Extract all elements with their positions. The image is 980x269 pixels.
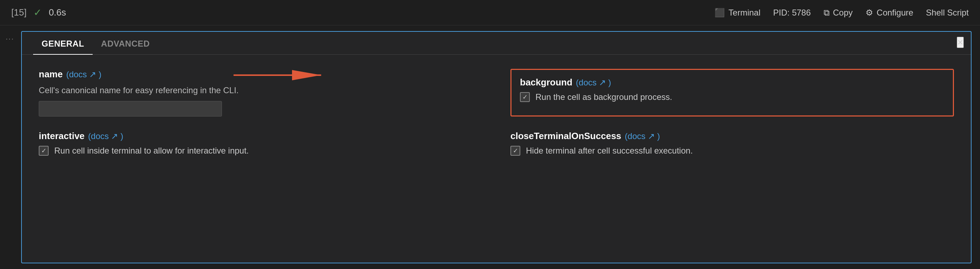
configure-label: Configure <box>877 8 913 18</box>
background-field-group: background (docs ↗ ) ✓ Run the cell as b… <box>511 69 954 117</box>
dots-icon: ... <box>6 32 14 41</box>
tab-general[interactable]: GENERAL <box>33 32 93 54</box>
gear-icon: ⚙ <box>865 8 873 18</box>
background-checkbox[interactable]: ✓ <box>520 92 530 102</box>
interactive-checkbox-label: Run cell inside terminal to allow for in… <box>54 146 249 156</box>
shell-script-text: Shell Script <box>926 8 969 18</box>
background-checkbox-label: Run the cell as background process. <box>535 92 672 102</box>
top-bar-right: ⬛ Terminal PID: 5786 ⧉ Copy ⚙ Configure … <box>714 8 969 18</box>
form-content: name (docs ↗ ) Cell's canonical name for… <box>22 55 971 170</box>
tab-advanced[interactable]: ADVANCED <box>93 32 158 54</box>
interactive-field-label: interactive (docs ↗ ) <box>39 131 482 142</box>
interactive-field-group: interactive (docs ↗ ) ✓ Run cell inside … <box>39 131 482 156</box>
background-label-text: background <box>520 77 573 88</box>
close-terminal-checkmark: ✓ <box>513 147 518 155</box>
tab-advanced-label: ADVANCED <box>101 39 150 48</box>
name-label-text: name <box>39 69 63 80</box>
main-content: ... × GENERAL ADVANCED name <box>0 26 980 269</box>
cell-number: [15] <box>11 7 26 18</box>
background-checkbox-row: ✓ Run the cell as background process. <box>520 92 944 102</box>
shell-script-label: Shell Script <box>926 8 969 18</box>
interactive-checkbox[interactable]: ✓ <box>39 146 49 156</box>
tab-general-label: GENERAL <box>41 39 84 48</box>
pid-label: PID: 5786 <box>773 8 811 18</box>
configure-button[interactable]: ⚙ Configure <box>865 8 913 18</box>
name-input[interactable] <box>39 101 222 117</box>
copy-button[interactable]: ⧉ Copy <box>824 8 853 18</box>
terminal-indicator: ⬛ Terminal <box>714 8 760 18</box>
name-field-label: name (docs ↗ ) <box>39 69 482 80</box>
sidebar-dots: ... <box>0 26 21 269</box>
interactive-checkbox-row: ✓ Run cell inside terminal to allow for … <box>39 146 482 156</box>
dialog: × GENERAL ADVANCED name (docs ↗ ) <box>21 31 972 263</box>
close-terminal-field-group: closeTerminalOnSuccess (docs ↗ ) ✓ Hide … <box>511 131 954 156</box>
terminal-icon: ⬛ <box>714 8 725 18</box>
close-terminal-checkbox-label: Hide terminal after cell successful exec… <box>526 146 693 156</box>
top-bar-left: [15] ✓ 0.6s <box>11 7 66 18</box>
check-icon: ✓ <box>33 7 41 18</box>
copy-label: Copy <box>833 8 853 18</box>
close-terminal-checkbox[interactable]: ✓ <box>511 146 520 156</box>
interactive-checkmark: ✓ <box>41 147 46 155</box>
close-terminal-checkbox-row: ✓ Hide terminal after cell successful ex… <box>511 146 954 156</box>
name-docs-link[interactable]: (docs ↗ ) <box>66 70 102 79</box>
dialog-close-button[interactable]: × <box>957 37 964 48</box>
background-checkmark: ✓ <box>522 93 528 101</box>
interactive-label-text: interactive <box>39 131 84 142</box>
background-field-label: background (docs ↗ ) <box>520 77 944 88</box>
name-field-group: name (docs ↗ ) Cell's canonical name for… <box>39 69 482 117</box>
top-bar: [15] ✓ 0.6s ⬛ Terminal PID: 5786 ⧉ Copy … <box>0 0 980 26</box>
background-docs-link[interactable]: (docs ↗ ) <box>576 78 611 88</box>
interactive-docs-link[interactable]: (docs ↗ ) <box>88 131 123 141</box>
close-terminal-field-label: closeTerminalOnSuccess (docs ↗ ) <box>511 131 954 142</box>
tab-bar: GENERAL ADVANCED <box>22 32 971 55</box>
close-terminal-docs-link[interactable]: (docs ↗ ) <box>625 131 660 141</box>
copy-icon: ⧉ <box>824 8 830 18</box>
dialog-wrapper: × GENERAL ADVANCED name (docs ↗ ) <box>21 26 980 269</box>
pid-display: PID: 5786 <box>773 8 811 18</box>
close-terminal-label-text: closeTerminalOnSuccess <box>511 131 621 142</box>
terminal-label: Terminal <box>729 8 760 18</box>
elapsed-time: 0.6s <box>49 7 66 18</box>
name-field-description: Cell's canonical name for easy referenci… <box>39 84 482 97</box>
